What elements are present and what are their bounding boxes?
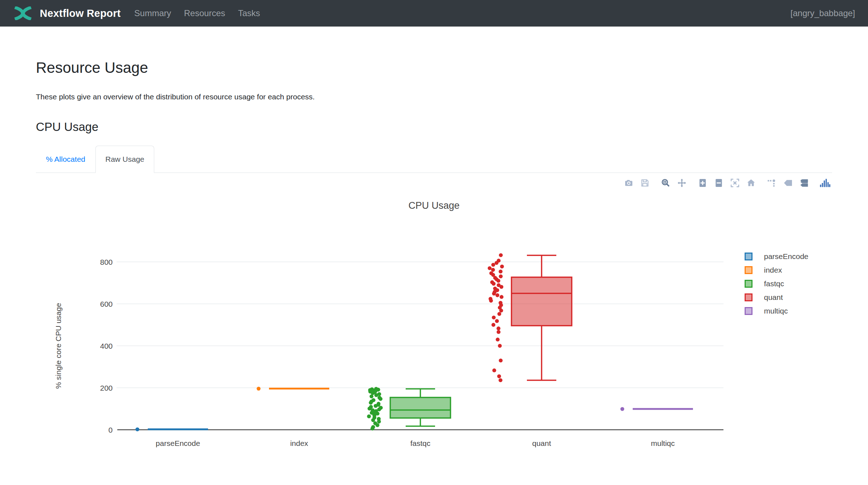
y-tick-label: 400 bbox=[100, 342, 113, 350]
brand-title: Nextflow Report bbox=[40, 8, 121, 19]
tab-percent-allocated[interactable]: % Allocated bbox=[36, 146, 95, 173]
x-tick-label: fastqc bbox=[410, 439, 430, 447]
data-point-fastqc[interactable] bbox=[374, 394, 378, 397]
nav-link-resources[interactable]: Resources bbox=[184, 8, 225, 18]
box-plot-canvas[interactable]: 0200400600800CPU Usage% single core CPU … bbox=[0, 173, 868, 483]
page-title: Resource Usage bbox=[36, 59, 832, 77]
data-point-quant[interactable] bbox=[499, 253, 503, 257]
data-point-quant[interactable] bbox=[499, 270, 503, 274]
data-point-fastqc[interactable] bbox=[374, 404, 378, 408]
section-title-cpu-usage: CPU Usage bbox=[36, 120, 832, 134]
data-point-quant[interactable] bbox=[499, 378, 503, 382]
data-point-quant[interactable] bbox=[492, 292, 496, 296]
nextflow-logo-icon bbox=[12, 6, 34, 20]
cpu-usage-tabs: % Allocated Raw Usage bbox=[36, 146, 832, 173]
data-point-quant[interactable] bbox=[499, 359, 503, 363]
data-point-quant[interactable] bbox=[497, 375, 501, 378]
tab-raw-usage[interactable]: Raw Usage bbox=[95, 146, 155, 173]
data-point-quant[interactable] bbox=[491, 263, 495, 267]
data-point-quant[interactable] bbox=[500, 285, 504, 289]
legend-item-index[interactable]: index bbox=[745, 263, 808, 277]
data-point-quant[interactable] bbox=[489, 299, 493, 303]
data-point-multiqc[interactable] bbox=[621, 407, 624, 411]
data-point-quant[interactable] bbox=[496, 327, 500, 331]
data-point-quant[interactable] bbox=[498, 344, 502, 348]
data-point-index[interactable] bbox=[257, 387, 261, 391]
x-tick-label: index bbox=[290, 439, 308, 447]
y-tick-label: 0 bbox=[108, 426, 113, 434]
data-point-fastqc[interactable] bbox=[367, 415, 371, 419]
legend-item-fastqc[interactable]: fastqc bbox=[745, 277, 808, 291]
data-point-quant[interactable] bbox=[495, 261, 499, 265]
data-point-quant[interactable] bbox=[492, 282, 496, 286]
data-point-fastqc[interactable] bbox=[376, 423, 379, 427]
data-point-quant[interactable] bbox=[495, 293, 499, 297]
legend-label-parseEncode: parseEncode bbox=[764, 252, 808, 261]
data-point-quant[interactable] bbox=[497, 330, 501, 334]
data-point-quant[interactable] bbox=[492, 316, 496, 320]
x-tick-label: parseEncode bbox=[156, 439, 200, 447]
legend-label-index: index bbox=[764, 266, 782, 274]
x-tick-label: quant bbox=[532, 439, 551, 447]
legend-swatch-quant bbox=[745, 293, 753, 301]
legend-swatch-multiqc bbox=[745, 307, 753, 315]
top-navbar: Nextflow Report Summary Resources Tasks … bbox=[0, 0, 868, 27]
box-quant[interactable] bbox=[511, 277, 572, 326]
legend-label-fastqc: fastqc bbox=[764, 279, 784, 288]
data-point-quant[interactable] bbox=[499, 309, 503, 313]
data-point-fastqc[interactable] bbox=[379, 397, 383, 401]
navbar-brand[interactable]: Nextflow Report bbox=[12, 6, 121, 20]
data-point-quant[interactable] bbox=[495, 319, 499, 323]
data-point-fastqc[interactable] bbox=[377, 420, 381, 424]
data-point-quant[interactable] bbox=[491, 268, 495, 272]
y-axis-title: % single core CPU usage bbox=[54, 303, 62, 389]
data-point-fastqc[interactable] bbox=[371, 427, 374, 431]
legend-item-parseEncode[interactable]: parseEncode bbox=[745, 250, 808, 263]
data-point-quant[interactable] bbox=[499, 274, 503, 278]
y-tick-label: 200 bbox=[100, 384, 113, 392]
data-point-quant[interactable] bbox=[500, 295, 504, 299]
data-point-quant[interactable] bbox=[496, 338, 500, 342]
legend-swatch-parseEncode bbox=[745, 253, 753, 260]
legend-swatch-fastqc bbox=[745, 280, 753, 288]
data-point-fastqc[interactable] bbox=[369, 395, 373, 399]
nav-link-tasks[interactable]: Tasks bbox=[238, 8, 260, 18]
legend-swatch-index bbox=[745, 266, 753, 274]
y-tick-label: 600 bbox=[100, 300, 113, 308]
legend-label-quant: quant bbox=[764, 293, 783, 302]
legend-item-quant[interactable]: quant bbox=[745, 291, 808, 304]
nav-link-summary[interactable]: Summary bbox=[134, 8, 171, 18]
data-point-fastqc[interactable] bbox=[369, 401, 373, 405]
page-subtitle: These plots give an overview of the dist… bbox=[36, 91, 832, 103]
legend-item-multiqc[interactable]: multiqc bbox=[745, 304, 808, 318]
data-point-quant[interactable] bbox=[496, 279, 500, 283]
y-tick-label: 800 bbox=[100, 258, 113, 266]
data-point-fastqc[interactable] bbox=[371, 391, 375, 395]
chart-legend: parseEncodeindexfastqcquantmultiqc bbox=[745, 250, 808, 318]
legend-label-multiqc: multiqc bbox=[764, 307, 788, 315]
data-point-quant[interactable] bbox=[497, 312, 501, 316]
data-point-parseEncode[interactable] bbox=[136, 428, 140, 432]
data-point-quant[interactable] bbox=[491, 323, 495, 327]
session-name: [angry_babbage] bbox=[791, 8, 855, 18]
x-tick-label: multiqc bbox=[651, 439, 675, 447]
chart-title: CPU Usage bbox=[409, 200, 460, 211]
data-point-fastqc[interactable] bbox=[371, 418, 375, 422]
data-point-quant[interactable] bbox=[492, 369, 496, 373]
data-point-quant[interactable] bbox=[488, 267, 492, 270]
data-point-quant[interactable] bbox=[500, 265, 504, 269]
cpu-usage-chart: 0200400600800CPU Usage% single core CPU … bbox=[0, 173, 868, 483]
navbar-links: Summary Resources Tasks bbox=[134, 8, 260, 18]
box-fastqc[interactable] bbox=[390, 397, 450, 418]
